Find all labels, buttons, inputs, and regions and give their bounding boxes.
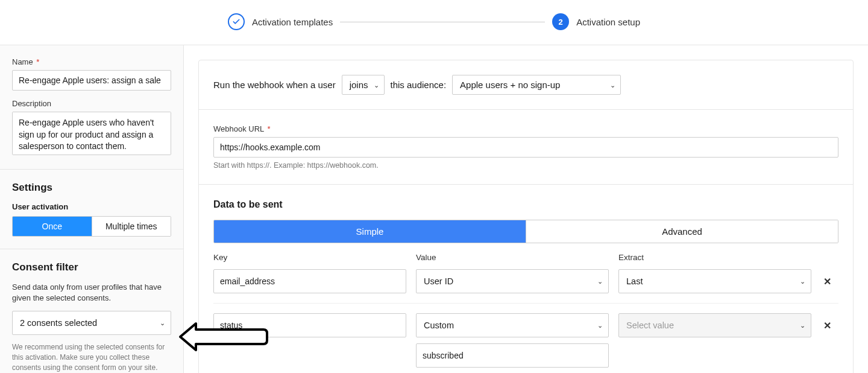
close-icon: ✕ <box>823 320 831 331</box>
consent-filter-heading: Consent filter <box>12 261 171 273</box>
chevron-down-icon: ⌄ <box>597 322 603 330</box>
check-icon <box>228 13 245 30</box>
user-activation-label: User activation <box>12 202 171 211</box>
column-extract-header: Extract <box>618 253 811 262</box>
user-activation-toggle: Once Multiple times <box>12 216 171 237</box>
tab-simple[interactable]: Simple <box>214 220 526 243</box>
step-connector <box>340 22 545 22</box>
param-value-select[interactable]: User ID ⌄ <box>416 269 609 293</box>
stepper: Activation templates 2 Activation setup <box>0 0 868 45</box>
webhook-url-label: Webhook URL * <box>213 124 838 133</box>
param-key-input[interactable] <box>213 313 406 337</box>
param-extract-select[interactable]: Select value ⌄ <box>618 313 811 337</box>
column-key-header: Key <box>213 253 406 262</box>
step-setup-label: Activation setup <box>576 17 640 27</box>
trigger-action-value: joins <box>350 80 368 90</box>
chevron-down-icon: ⌄ <box>597 278 603 285</box>
consent-note: We recommend using the selected consents… <box>12 342 171 372</box>
main-panel: Run the webhook when a user joins ⌄ this… <box>184 45 868 373</box>
name-label: Name * <box>12 57 171 66</box>
param-extract-select[interactable]: Last ⌄ <box>618 269 811 293</box>
delete-row-button[interactable]: ✕ <box>821 313 833 337</box>
data-section-title: Data to be sent <box>213 199 838 210</box>
multiple-times-button[interactable]: Multiple times <box>92 217 171 236</box>
chevron-down-icon: ⌄ <box>160 319 165 327</box>
consent-select-value: 2 consents selected <box>20 318 97 328</box>
trigger-prefix: Run the webhook when a user <box>213 80 336 90</box>
audience-value: Apple users + no sign-up <box>460 80 560 90</box>
webhook-url-hint: Start with https://. Example: https://we… <box>213 161 838 170</box>
chevron-down-icon: ⌄ <box>800 322 805 330</box>
consent-filter-description: Send data only from user profiles that h… <box>12 282 171 304</box>
audience-select[interactable]: Apple users + no sign-up ⌄ <box>452 75 621 95</box>
close-icon: ✕ <box>823 276 831 287</box>
param-row: User ID ⌄ Last ⌄ ✕ <box>213 267 838 296</box>
param-custom-input[interactable] <box>416 343 609 368</box>
tab-advanced[interactable]: Advanced <box>526 220 838 243</box>
step-number-icon: 2 <box>552 13 569 30</box>
name-input[interactable] <box>12 70 171 91</box>
once-button[interactable]: Once <box>13 217 92 236</box>
webhook-url-input[interactable] <box>213 137 838 158</box>
trigger-middle: this audience: <box>391 80 447 90</box>
trigger-action-select[interactable]: joins ⌄ <box>342 75 385 95</box>
chevron-down-icon: ⌄ <box>374 81 379 89</box>
delete-row-button[interactable]: ✕ <box>821 269 833 293</box>
step-templates[interactable]: Activation templates <box>228 13 333 30</box>
row-separator <box>213 303 838 304</box>
description-input[interactable]: Re-engage Apple users who haven't sign u… <box>12 112 171 155</box>
step-templates-label: Activation templates <box>252 17 333 27</box>
param-row: Custom ⌄ Select value ⌄ ✕ <box>213 311 838 370</box>
param-key-input[interactable] <box>213 269 406 293</box>
consent-select[interactable]: 2 consents selected ⌄ <box>12 311 171 335</box>
param-value-select[interactable]: Custom ⌄ <box>416 313 609 337</box>
sidebar: Name * Description Re-engage Apple users… <box>0 45 184 373</box>
chevron-down-icon: ⌄ <box>800 278 805 285</box>
data-mode-tabs: Simple Advanced <box>213 220 838 243</box>
column-value-header: Value <box>416 253 609 262</box>
chevron-down-icon: ⌄ <box>610 81 615 89</box>
description-label: Description <box>12 99 171 108</box>
settings-heading: Settings <box>12 182 171 194</box>
step-setup[interactable]: 2 Activation setup <box>552 13 640 30</box>
